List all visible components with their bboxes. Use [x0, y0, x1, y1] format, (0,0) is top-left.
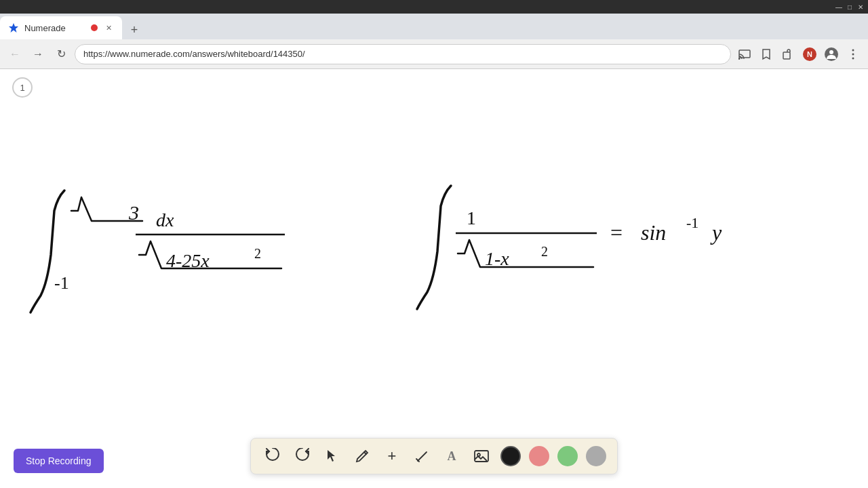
redo-button[interactable]	[292, 445, 313, 467]
svg-text:sin: sin	[641, 220, 666, 245]
svg-text:2: 2	[254, 246, 261, 261]
svg-text:=: =	[610, 220, 623, 245]
svg-text:N: N	[807, 50, 812, 58]
svg-point-8	[852, 49, 854, 51]
forward-button[interactable]: →	[28, 45, 47, 64]
refresh-button[interactable]: ↻	[52, 45, 71, 64]
whiteboard-area[interactable]: 1 3 dx -1 4-2	[0, 69, 868, 488]
drawing-toolbar: + A	[250, 438, 618, 474]
menu-icon[interactable]	[844, 45, 863, 64]
tab-close-button[interactable]: ✕	[103, 22, 114, 33]
svg-text:1: 1	[467, 207, 476, 228]
extension-icon[interactable]	[778, 45, 797, 64]
recording-indicator	[91, 24, 98, 31]
profile-icon[interactable]: N	[800, 45, 819, 64]
svg-text:4-25x: 4-25x	[166, 250, 210, 271]
svg-text:1-x: 1-x	[485, 248, 509, 269]
tab-title: Numerade	[24, 23, 85, 33]
tab-bar: Numerade ✕ +	[0, 14, 868, 39]
browser-toolbar-icons: N	[735, 45, 863, 64]
add-shape-button[interactable]: +	[381, 445, 403, 467]
svg-point-10	[852, 57, 854, 59]
maximize-button[interactable]: □	[845, 2, 854, 12]
title-bar: — □ ✕	[0, 0, 868, 14]
text-tool[interactable]: A	[441, 445, 462, 467]
color-pink[interactable]	[529, 446, 549, 466]
svg-text:-1: -1	[54, 273, 69, 293]
svg-rect-3	[783, 52, 790, 59]
page-number: 1	[12, 77, 33, 98]
svg-text:y: y	[710, 220, 722, 245]
cast-icon[interactable]	[735, 45, 754, 64]
svg-text:-1: -1	[686, 214, 698, 231]
select-tool[interactable]	[321, 445, 343, 467]
svg-text:dx: dx	[156, 209, 174, 230]
bookmark-icon[interactable]	[757, 45, 776, 64]
color-green[interactable]	[557, 446, 578, 466]
svg-text:3: 3	[128, 201, 139, 224]
undo-button[interactable]	[262, 445, 283, 467]
user-account-icon[interactable]	[822, 45, 841, 64]
stop-recording-button[interactable]: Stop Recording	[14, 449, 104, 473]
math-content: 3 dx -1 4-25x 2 1	[0, 69, 868, 488]
eraser-tool[interactable]	[411, 445, 433, 467]
browser-toolbar: ← → ↻ https://www.numerade.com/answers/w…	[0, 39, 868, 69]
color-black[interactable]	[500, 446, 521, 466]
color-gray[interactable]	[586, 446, 606, 466]
image-tool[interactable]	[471, 445, 492, 467]
svg-text:2: 2	[541, 244, 548, 259]
pen-tool[interactable]	[351, 445, 373, 467]
active-tab[interactable]: Numerade ✕	[0, 16, 122, 39]
minimize-button[interactable]: —	[834, 2, 844, 12]
svg-point-7	[829, 50, 833, 54]
close-button[interactable]: ✕	[856, 2, 865, 12]
tab-favicon	[8, 22, 19, 33]
back-button[interactable]: ←	[5, 45, 24, 64]
browser-frame: — □ ✕ Numerade ✕ + ← → ↻ https://www.num…	[0, 0, 868, 488]
new-tab-button[interactable]: +	[125, 20, 144, 39]
svg-marker-0	[9, 23, 18, 33]
address-bar[interactable]: https://www.numerade.com/answers/whitebo…	[75, 44, 731, 64]
url-text: https://www.numerade.com/answers/whitebo…	[83, 49, 722, 59]
svg-point-9	[852, 53, 854, 55]
